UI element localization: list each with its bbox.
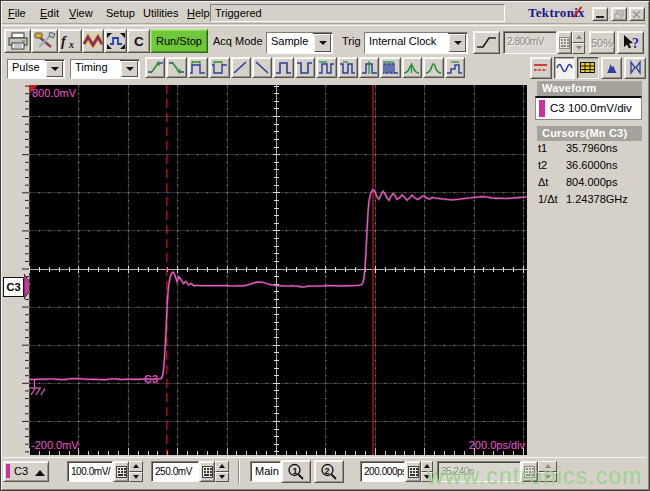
vertical-offset-keypad-button[interactable] xyxy=(199,461,215,482)
fall-time-button[interactable] xyxy=(166,57,186,78)
mag1-button[interactable]: 1 xyxy=(281,460,311,483)
rise-slope-button[interactable] xyxy=(231,57,251,78)
channel-select-button[interactable]: C3 xyxy=(3,461,49,482)
close-button[interactable] xyxy=(629,7,645,21)
readout-row: t135.7960ns xyxy=(529,142,646,159)
readout-row: 1/Δt1.24378GHz xyxy=(529,193,646,210)
measure-category-value: Pulse xyxy=(8,60,45,78)
plot-timebase-label: 200.0ps/div xyxy=(469,439,526,451)
svg-text:x: x xyxy=(68,39,74,50)
settling-button[interactable] xyxy=(445,57,465,78)
positive-pulse-button[interactable] xyxy=(273,57,293,78)
measure-group-select[interactable]: Timing xyxy=(70,59,140,79)
period-icon xyxy=(318,60,335,75)
fx-icon: fx xyxy=(60,32,80,50)
vertical-scale-ticks xyxy=(20,85,29,455)
trigger-slope-button[interactable] xyxy=(473,31,500,54)
burst-button[interactable] xyxy=(380,57,400,78)
area-icon xyxy=(403,60,420,75)
readout-label: Δt xyxy=(538,176,548,188)
display-area: C3 800.0mV-200.0mV200.0ps/divC3 Waveform… xyxy=(2,80,646,457)
magnifier-1-icon: 1 xyxy=(286,463,306,481)
measure-group-dropdown-arrow[interactable] xyxy=(121,61,138,77)
rise-time-button[interactable] xyxy=(145,57,165,78)
compare-button[interactable] xyxy=(624,57,646,79)
waveform-button[interactable] xyxy=(82,29,104,53)
acq-mode-dropdown-arrow[interactable] xyxy=(314,34,331,52)
readout-panel: Waveform C3 100.0mV/div Cursors(Mn C3) t… xyxy=(529,80,646,457)
print-icon xyxy=(7,32,29,50)
set-50-percent-button: 50% xyxy=(589,31,615,54)
cursors-button[interactable] xyxy=(530,57,552,79)
keypad-icon xyxy=(524,466,535,478)
minimize-button[interactable] xyxy=(592,7,608,21)
vertical-offset-field[interactable]: 250.0mV xyxy=(151,461,199,482)
waveform-graticule[interactable]: 800.0mV-200.0mV200.0ps/divC3 xyxy=(29,85,527,455)
peak-button[interactable] xyxy=(423,57,443,78)
horizontal-scale-field[interactable]: 200.000ps xyxy=(360,461,405,482)
duty-cycle-icon xyxy=(339,60,356,75)
vertical-scale-field[interactable]: 100.0mV/ xyxy=(67,461,113,482)
tools-icon xyxy=(34,32,56,50)
vertical-scale-spinner[interactable] xyxy=(129,461,143,482)
bottombar-separator xyxy=(238,460,240,483)
measure-category-dropdown-arrow[interactable] xyxy=(46,61,63,77)
keypad-icon xyxy=(202,466,213,478)
rise-slope-icon xyxy=(232,60,249,75)
positive-width-button[interactable] xyxy=(188,57,208,78)
tools-button[interactable] xyxy=(31,29,58,53)
vertical-offset-spinner[interactable] xyxy=(215,461,229,482)
waveform-display-button[interactable] xyxy=(554,57,576,79)
trigger-source-select[interactable]: Internal Clock xyxy=(364,32,468,54)
negative-width-icon xyxy=(211,60,228,75)
trace-channel-label: C3 xyxy=(144,373,158,385)
mag2-button[interactable]: 2 xyxy=(314,460,344,483)
waveform-item-channel: C3 xyxy=(550,102,565,114)
fall-slope-button[interactable] xyxy=(252,57,272,78)
acq-mode-value: Sample xyxy=(267,33,313,53)
horizontal-scale-keypad-button[interactable] xyxy=(405,461,421,482)
period-button[interactable] xyxy=(316,57,336,78)
horizontal-scale-spinner[interactable] xyxy=(421,461,433,482)
keypad-icon xyxy=(559,37,570,49)
trig-label: Trig xyxy=(342,35,361,47)
vertical-scale-control: 100.0mV/ xyxy=(67,461,143,482)
autoset-button[interactable] xyxy=(104,29,127,53)
run-stop-button[interactable]: Run/Stop xyxy=(150,29,208,53)
negative-width-button[interactable] xyxy=(209,57,229,78)
menu-view[interactable]: View xyxy=(67,6,95,21)
acq-mode-select[interactable]: Sample xyxy=(266,32,333,54)
menu-setup[interactable]: Setup xyxy=(104,6,137,21)
measure-category-select[interactable]: Pulse xyxy=(7,59,65,79)
svg-text:C: C xyxy=(134,34,144,49)
print-button[interactable] xyxy=(4,29,31,53)
fx-button[interactable]: fx xyxy=(58,29,82,53)
clear-c-button[interactable]: C xyxy=(127,29,150,53)
vertical-offset-control: 250.0mV xyxy=(151,461,229,482)
restore-button[interactable] xyxy=(611,7,627,21)
trigger-source-dropdown-arrow[interactable] xyxy=(449,34,466,52)
close-icon xyxy=(632,9,642,20)
menu-help[interactable]: Help xyxy=(185,6,212,21)
context-help-button[interactable]: ? xyxy=(617,31,644,54)
menu-utilities[interactable]: Utilities xyxy=(141,6,180,21)
plot-top-voltage-label: 800.0mV xyxy=(32,87,77,99)
histogram-button[interactable] xyxy=(601,57,623,79)
graticule-button[interactable] xyxy=(577,57,599,79)
readout-label: 1/Δt xyxy=(538,193,558,205)
delay-button[interactable] xyxy=(359,57,379,78)
duty-cycle-button[interactable] xyxy=(338,57,358,78)
context-help-icon: ? xyxy=(620,34,641,51)
cursors-panel-header: Cursors(Mn C3) xyxy=(537,126,642,141)
timebase-label: Main xyxy=(255,465,279,477)
menu-file[interactable]: File xyxy=(6,6,28,21)
menu-edit[interactable]: Edit xyxy=(38,6,61,21)
negative-pulse-button[interactable] xyxy=(295,57,315,78)
svg-text:f: f xyxy=(61,34,67,49)
readout-value: 35.7960ns xyxy=(566,142,617,154)
vertical-scale-keypad-button[interactable] xyxy=(113,461,129,482)
channel-marker-box[interactable]: C3 xyxy=(3,277,24,297)
waveform-list-item[interactable]: C3 100.0mV/div xyxy=(535,96,642,120)
area-button[interactable] xyxy=(402,57,422,78)
menu-bar: FileEditViewSetupUtilitiesHelp Triggered… xyxy=(2,2,646,24)
